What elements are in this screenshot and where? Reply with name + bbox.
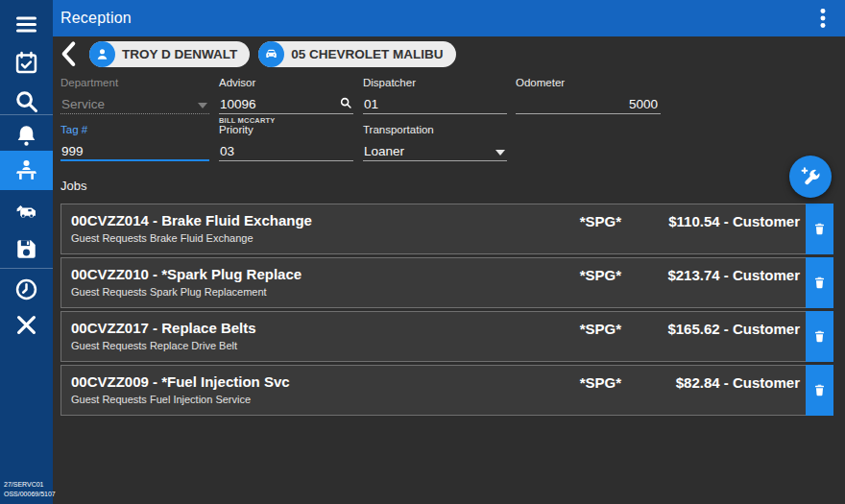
job-row[interactable]: 00CVZZ009 - *Fuel Injection Svc Guest Re… [60,365,833,416]
job-title: 00CVZZ017 - Replace Belts [71,320,569,336]
priority-label: Priority [219,124,353,137]
tag-input[interactable] [60,144,209,158]
advisor-label: Advisor [219,77,353,90]
sidebar-item-close[interactable] [0,306,53,343]
page-title: Reception [60,10,132,27]
search-icon [13,88,39,114]
department-label: Department [60,77,209,90]
trash-icon [811,221,828,237]
close-icon [13,312,39,338]
dispatcher-field: Dispatcher [363,77,507,114]
job-spg-badge: *SPG* [569,373,621,415]
job-price: $82.84 - Customer [621,373,800,415]
vehicle-pill[interactable]: 05 CHEVROLET MALIBU [258,41,455,67]
clock-icon [13,276,39,302]
jobs-list: 00CVZZ014 - Brake Fluid Exchange Guest R… [60,204,833,419]
job-title: 00CVZZ010 - *Spark Plug Replace [71,266,569,282]
job-title: 00CVZZ014 - Brake Fluid Exchange [71,212,569,228]
transportation-value: Loaner [363,144,495,158]
delete-job-button[interactable] [806,311,833,362]
job-subtitle: Guest Requests Brake Fluid Exchange [71,232,569,244]
chevron-down-icon [495,150,505,156]
hamburger-icon [13,12,39,37]
terminal-id: 27/SERVC01 OSS/00069/5107 [4,480,56,499]
delete-job-button[interactable] [806,204,833,254]
trash-icon [811,382,828,398]
advisor-input[interactable] [219,97,339,111]
transportation-select[interactable]: Loaner [363,140,507,161]
sidebar-item-appointments[interactable] [0,44,53,81]
priority-input[interactable] [219,144,353,158]
jobs-section-label: Jobs [60,179,86,193]
job-spg-badge: *SPG* [569,266,621,307]
reception-desk-icon [13,157,39,183]
odometer-label: Odometer [516,77,661,90]
job-row[interactable]: 00CVZZ014 - Brake Fluid Exchange Guest R… [60,204,833,254]
job-subtitle: Guest Requests Spark Plug Replacement [71,286,569,298]
sidebar-item-notifications[interactable] [0,117,53,154]
department-field: Department [60,77,209,114]
sidebar-item-vehicle-writeup[interactable] [0,193,53,229]
dispatcher-input[interactable] [363,97,507,111]
save-icon [13,236,39,262]
trash-icon [811,275,828,291]
car-icon [258,41,284,67]
dispatcher-label: Dispatcher [363,77,507,90]
department-input[interactable] [60,97,198,111]
priority-field: Priority [219,124,353,161]
odometer-input[interactable] [516,97,661,111]
job-subtitle: Guest Requests Replace Drive Belt [71,340,569,351]
trash-icon [811,328,828,345]
calendar-check-icon [13,50,39,76]
vehicle-name: 05 CHEVROLET MALIBU [291,47,443,61]
job-price: $165.62 - Customer [621,320,800,361]
person-icon [89,41,115,67]
sidebar: 27/SERVC01 OSS/00069/5107 [0,0,53,504]
job-price: $110.54 - Customer [621,212,800,253]
customer-name: TROY D DENWALT [122,47,237,61]
wrench-plus-icon [798,164,823,189]
kebab-icon [810,6,835,31]
terminal-id-line1: 27/SERVC01 [4,480,56,490]
tag-label: Tag # [60,124,209,137]
title-bar: Reception [53,0,845,36]
sidebar-item-menu[interactable] [0,6,53,42]
transportation-field: Transportation Loaner [363,124,507,161]
overflow-menu-button[interactable] [810,5,835,32]
bell-icon [13,123,39,149]
search-icon[interactable] [339,96,352,109]
car-edit-icon [13,199,39,225]
context-bar: TROY D DENWALT 05 CHEVROLET MALIBU [53,36,845,72]
tag-field: Tag # [60,124,209,161]
sidebar-item-save[interactable] [0,230,53,267]
job-price: $213.74 - Customer [621,266,800,307]
advisor-field: Advisor BILL MCCARTY [219,77,353,125]
job-spg-badge: *SPG* [569,212,621,253]
customer-pill[interactable]: TROY D DENWALT [89,41,250,67]
chevron-down-icon [198,103,207,108]
job-row[interactable]: 00CVZZ017 - Replace Belts Guest Requests… [60,311,833,362]
back-button[interactable] [57,41,82,67]
delete-job-button[interactable] [806,365,833,416]
job-subtitle: Guest Requests Fuel Injection Service [71,394,569,405]
delete-job-button[interactable] [806,257,833,308]
job-spg-badge: *SPG* [569,320,621,361]
job-row[interactable]: 00CVZZ010 - *Spark Plug Replace Guest Re… [60,257,833,308]
sidebar-item-history[interactable] [0,271,53,307]
reception-app: 27/SERVC01 OSS/00069/5107 Reception TROY… [0,0,845,504]
terminal-id-line2: OSS/00069/5107 [4,490,56,499]
back-chevron-icon [57,39,82,68]
transportation-label: Transportation [363,124,507,137]
odometer-field: Odometer [516,77,661,114]
sidebar-item-reception[interactable] [0,151,53,190]
add-job-button[interactable] [789,156,832,198]
job-title: 00CVZZ009 - *Fuel Injection Svc [71,373,569,390]
sidebar-divider [0,114,53,115]
sidebar-divider [0,268,53,269]
